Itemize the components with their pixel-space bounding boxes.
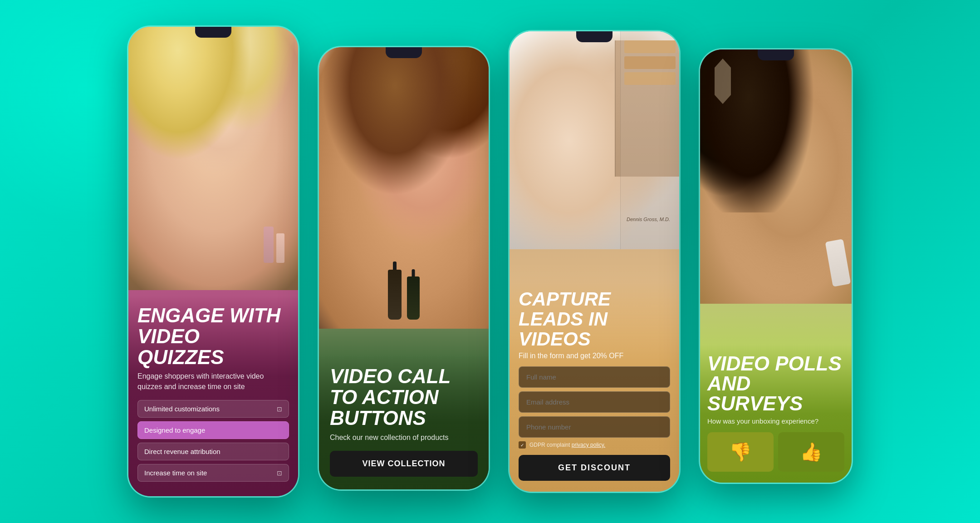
card-cta-buttons: VIDEO CALL TO ACTION BUTTONS Check our n…: [318, 46, 490, 491]
email-input[interactable]: [519, 391, 670, 413]
card-4-photo: [700, 49, 852, 304]
doctor-photo: Dennis Gross, M.D.: [510, 31, 679, 249]
thumbs-down-button[interactable]: 👎: [707, 432, 774, 472]
phone-notch-2: [386, 47, 422, 58]
card-1-content: ENGAGE WITH VIDEO QUIZZES Engage shopper…: [128, 296, 298, 496]
card-1-photo: [128, 27, 298, 290]
card-1-background: ENGAGE WITH VIDEO QUIZZES Engage shopper…: [128, 27, 298, 496]
capture-leads-title: CAPTURE LEADS IN VIDEOS: [519, 289, 670, 349]
card-4-content: VIDEO POLLS AND SURVEYS How was your unb…: [700, 345, 852, 483]
card-1-title: ENGAGE WITH VIDEO QUIZZES: [137, 305, 289, 368]
card-2-title: VIDEO CALL TO ACTION BUTTONS: [330, 366, 478, 429]
card-3-content: CAPTURE LEADS IN VIDEOS Fill in the form…: [510, 280, 679, 492]
option-label-3: Increase time on site: [144, 469, 207, 477]
checkmark-icon: ✓: [520, 443, 524, 448]
gdpr-text: GDPR complaint privacy policy.: [529, 442, 605, 448]
polls-subtitle: How was your unboxing experience?: [707, 417, 844, 425]
phone-notch-3: [576, 31, 612, 42]
option-icon-3: ⊡: [277, 469, 282, 477]
option-label-0: Unlimited customizations: [144, 405, 220, 413]
card-2-subtitle: Check our new collection of products: [330, 433, 478, 443]
card-2-background: VIDEO CALL TO ACTION BUTTONS Check our n…: [319, 47, 489, 489]
card-4-background: VIDEO POLLS AND SURVEYS How was your unb…: [700, 49, 852, 483]
card-capture-leads: Dennis Gross, M.D. CAPTURE LEADS IN VIDE…: [508, 30, 681, 493]
option-icon-0: ⊡: [277, 405, 282, 413]
quiz-option-0[interactable]: Unlimited customizations ⊡: [137, 400, 289, 418]
poll-buttons-container: 👎 👍: [707, 432, 844, 472]
card-2-content: VIDEO CALL TO ACTION BUTTONS Check our n…: [319, 355, 489, 489]
thumbs-up-button[interactable]: 👍: [778, 432, 844, 472]
gdpr-row: ✓ GDPR complaint privacy policy.: [519, 441, 670, 449]
full-name-input[interactable]: [519, 366, 670, 388]
card-1-subtitle: Engage shoppers with interactive video q…: [137, 371, 289, 392]
phone-notch-4: [758, 49, 794, 60]
quiz-option-3[interactable]: Increase time on site ⊡: [137, 464, 289, 482]
phone-input[interactable]: [519, 416, 670, 438]
privacy-policy-link[interactable]: privacy policy.: [572, 442, 605, 448]
option-label-1: Designed to engage: [144, 426, 205, 434]
card-3-background: Dennis Gross, M.D. CAPTURE LEADS IN VIDE…: [510, 31, 679, 492]
capture-leads-subtitle: Fill in the form and get 20% OFF: [519, 352, 670, 360]
card-3-photo: Dennis Gross, M.D.: [510, 31, 679, 249]
gdpr-checkbox[interactable]: ✓: [519, 441, 526, 449]
option-label-2: Direct revenue attribution: [144, 448, 220, 455]
polls-title: VIDEO POLLS AND SURVEYS: [707, 354, 844, 414]
get-discount-button[interactable]: GET DISCOUNT: [519, 455, 670, 481]
thumbs-up-icon: 👍: [800, 441, 823, 463]
cards-container: ENGAGE WITH VIDEO QUIZZES Engage shopper…: [109, 7, 871, 516]
card-polls-surveys: VIDEO POLLS AND SURVEYS How was your unb…: [699, 48, 853, 484]
phone-notch-1: [195, 27, 231, 38]
card-video-quizzes: ENGAGE WITH VIDEO QUIZZES Engage shopper…: [127, 25, 299, 498]
quiz-option-2[interactable]: Direct revenue attribution: [137, 443, 289, 460]
thumbs-down-icon: 👎: [729, 441, 752, 463]
card-2-photo: [319, 47, 489, 329]
view-collection-button[interactable]: VIEW COLLECTION: [330, 451, 478, 477]
quiz-option-1[interactable]: Designed to engage: [137, 421, 289, 439]
